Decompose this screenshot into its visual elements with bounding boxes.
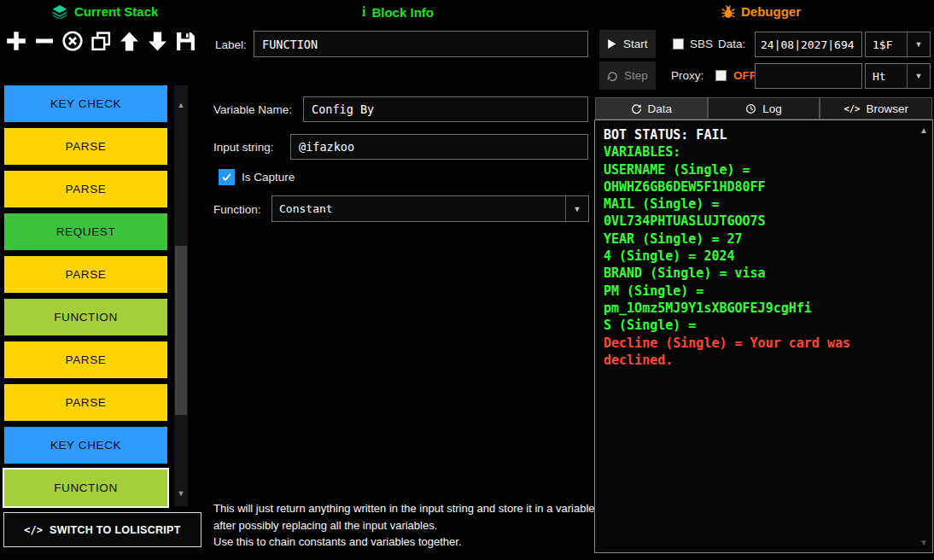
log-line: 0VL734PHTUASLUJTGOO7S [604, 213, 921, 230]
proxy-type-select[interactable]: Ht ▼ [865, 63, 931, 89]
block-description: This will just return anything written i… [213, 500, 599, 551]
tab-log[interactable]: Log [708, 97, 820, 120]
tab-data-label: Data [648, 102, 673, 115]
stack-block-label: PARSE [66, 183, 107, 195]
scroll-down-icon[interactable]: ▼ [174, 489, 188, 498]
move-down-icon[interactable] [145, 29, 169, 53]
stack-block[interactable]: PARSE [4, 341, 167, 378]
start-button-label: Start [623, 38, 648, 50]
history-icon [745, 103, 756, 114]
stack-block[interactable]: REQUEST [4, 213, 167, 250]
step-button-label: Step [624, 69, 648, 82]
panel-scroll-down-icon[interactable]: ▼ [919, 538, 929, 547]
description-text-1: This will just return anything written i… [213, 500, 599, 534]
scroll-up-icon[interactable]: ▲ [174, 101, 188, 109]
log-line: declined. [604, 352, 921, 369]
function-select[interactable]: Constant ▼ [271, 195, 589, 222]
refresh-icon [631, 103, 642, 114]
tab-data[interactable]: Data [595, 97, 708, 120]
step-button[interactable]: Step [599, 61, 656, 90]
stack-block[interactable]: FUNCTION [4, 299, 167, 335]
log-line: S (Single) = [604, 317, 921, 334]
switch-to-loliscript-button[interactable]: </> SWITCH TO LOLISCRIPT [3, 512, 201, 547]
sbs-checkbox[interactable] [673, 38, 684, 50]
code-icon: </> [24, 524, 43, 536]
input-string-input[interactable] [290, 134, 588, 160]
chevron-down-icon[interactable]: ▼ [907, 32, 930, 56]
log-line: PM (Single) = [604, 283, 921, 300]
debugger-log: BOT STATUS: FAILVARIABLES:USERNAME (Sing… [604, 126, 921, 369]
play-icon [606, 38, 617, 50]
tab-log-label: Log [762, 102, 782, 115]
stack-block-label: PARSE [66, 268, 107, 281]
stack-block-label: PARSE [66, 353, 107, 366]
proxy-off-label: OFF [733, 69, 756, 82]
tab-browser-label: Browser [866, 102, 908, 115]
stack-toolbar [4, 29, 197, 53]
clone-icon[interactable] [89, 29, 113, 53]
scroll-thumb[interactable] [175, 246, 187, 415]
clear-icon[interactable] [61, 29, 85, 53]
stack-block[interactable]: PARSE [4, 384, 167, 421]
code-icon: </> [844, 103, 860, 114]
function-caption: Function: [213, 203, 261, 216]
block-info-header: i Block Info [362, 4, 434, 20]
data-type-select[interactable]: 1$F ▼ [865, 32, 931, 57]
debugger-header: Debugger [721, 4, 801, 19]
data-type-value: 1$F [866, 32, 907, 56]
stack-block[interactable]: PARSE [4, 256, 167, 293]
stack-block-label: PARSE [66, 396, 107, 409]
log-line: BOT STATUS: FAIL [604, 126, 921, 143]
log-line: OHWHZ6GB6DEW5F1HD80FF [604, 178, 921, 195]
chevron-down-icon[interactable]: ▼ [565, 196, 588, 221]
variable-name-input[interactable] [303, 96, 588, 122]
log-line: YEAR (Single) = 27 [604, 230, 921, 248]
stack-block-label: KEY CHECK [50, 439, 121, 452]
stack-block[interactable]: PARSE [4, 171, 167, 207]
stack-block[interactable]: KEY CHECK [4, 85, 167, 122]
start-button[interactable]: Start [599, 30, 656, 58]
description-text-2: Use this to chain constants and variable… [213, 534, 599, 551]
add-icon[interactable] [4, 29, 28, 53]
openbullet-config-window: Current Stack i Block Info Debugger [0, 0, 934, 560]
stack-block-label: KEY CHECK [50, 97, 121, 110]
switch-button-label: SWITCH TO LOLISCRIPT [50, 524, 181, 536]
info-icon: i [362, 4, 365, 20]
proxy-checkbox[interactable] [715, 70, 727, 81]
panel-scroll-up-icon[interactable]: ▲ [919, 125, 929, 135]
stack-scrollbar[interactable]: ▲ ▼ [174, 85, 188, 506]
debugger-data-panel: BOT STATUS: FAILVARIABLES:USERNAME (Sing… [594, 120, 933, 553]
proxy-caption: Proxy: [671, 69, 703, 82]
move-up-icon[interactable] [117, 29, 141, 53]
stack-list: KEY CHECK PARSE PARSE REQUEST PARSE FUNC… [4, 85, 171, 512]
log-line: VARIABLES: [604, 143, 921, 160]
check-icon [221, 172, 232, 183]
sbs-label: SBS [690, 38, 713, 50]
proxy-input[interactable] [755, 63, 862, 89]
label-caption: Label: [215, 38, 247, 51]
variable-name-caption: Variable Name: [213, 103, 292, 116]
stack-block[interactable]: KEY CHECK [4, 427, 167, 464]
stack-block[interactable]: PARSE [4, 128, 167, 165]
stack-layers-icon [51, 5, 68, 19]
stack-block[interactable]: FUNCTION [4, 470, 167, 506]
stack-block-label: FUNCTION [54, 481, 118, 494]
chevron-down-icon[interactable]: ▼ [907, 64, 930, 88]
debug-data-input[interactable] [755, 32, 862, 57]
input-string-caption: Input string: [213, 141, 274, 154]
tab-browser[interactable]: </> Browser [820, 97, 932, 120]
current-stack-header: Current Stack [51, 4, 158, 19]
stack-block-label: FUNCTION [54, 311, 118, 324]
stack-block-label: REQUEST [56, 225, 115, 238]
save-icon[interactable] [173, 29, 197, 53]
data-caption: Data: [718, 38, 745, 50]
step-icon [606, 70, 618, 82]
block-info-title: Block Info [371, 5, 434, 20]
stack-block-label: PARSE [66, 140, 107, 153]
block-label-input[interactable] [254, 31, 588, 57]
log-line: pm_1Omz5MJ9Y1sXBGOFEJ9cgHfi [604, 300, 921, 317]
log-line: 4 (Single) = 2024 [604, 248, 921, 265]
remove-icon[interactable] [32, 29, 56, 53]
is-capture-checkbox[interactable] [219, 169, 235, 185]
current-stack-title: Current Stack [74, 4, 158, 19]
